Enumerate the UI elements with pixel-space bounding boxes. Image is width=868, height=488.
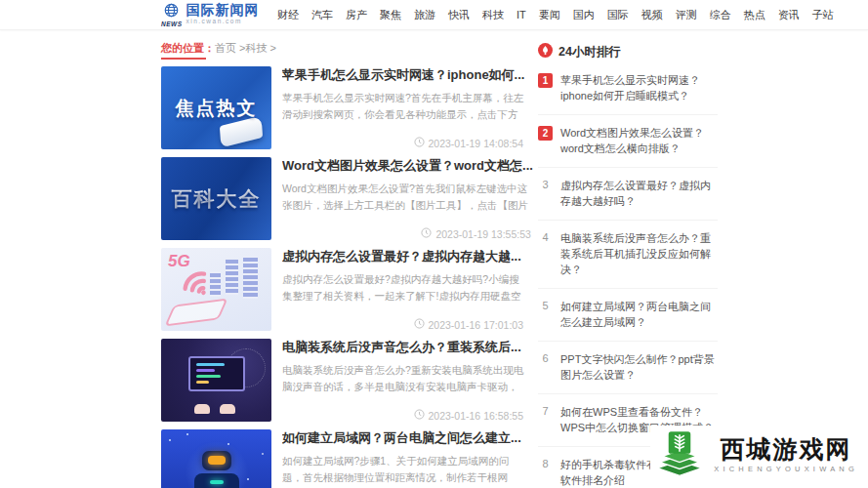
thumbnail-caption: 5G [168,252,190,271]
rank-badge: 1 [538,73,553,88]
rank-item[interactable]: 2 Word文档图片效果怎么设置？word文档怎么横向排版？ [538,115,718,168]
article-date: 2023-01-19 13:55:53 [421,227,531,240]
site-name: 国际新闻网 [186,3,260,18]
article-date: 2023-01-16 16:58:55 [414,409,524,422]
article-summary: 电脑装系统后没声音怎么办?重新安装电脑系统出现电脑没声音的话，多半是电脑没有安装… [282,362,525,395]
hot24-title: 24小时排行 [558,44,621,61]
rank-text[interactable]: PPT文字快闪怎么制作？ppt背景图片怎么设置？ [560,351,718,383]
article-row[interactable]: 5G 虚拟内存怎么设置最好？虚拟内存越大越... 虚拟内存怎么设置最好?虚拟内存… [161,248,525,331]
nav-item-keji[interactable]: 科技 [476,2,511,27]
rank-item[interactable]: 5 如何建立局域网？两台电脑之间怎么建立局域网？ [538,289,718,342]
nav-item-caijing[interactable]: 财经 [271,2,306,27]
hand-graphic [220,404,235,414]
thumbnail-caption: 百科大全 [161,157,271,240]
article-date: 2023-01-16 17:01:03 [414,318,524,331]
nav-item-zixun[interactable]: 资讯 [771,2,806,27]
site-logo[interactable]: NEWS 国际新闻网 xin.cwan.com [161,3,260,27]
article-thumbnail[interactable]: 5G [161,248,271,331]
robot-face-graphic [208,456,226,465]
nav-item-guonei[interactable]: 国内 [566,2,600,27]
rank-text[interactable]: Word文档图片效果怎么设置？word文档怎么横向排版？ [560,125,718,156]
rank-number: 8 [538,458,553,488]
article-thumbnail[interactable]: 焦点热文 [161,66,271,149]
rank-number: 7 [538,405,553,435]
breadcrumb-trail[interactable]: 首页 >科技 > [215,42,276,54]
nav-item-it[interactable]: IT [511,2,533,27]
breadcrumb-active-underline [161,58,206,60]
nav-item-yaowen[interactable]: 要闻 [532,2,566,27]
rank-item[interactable]: 3 虚拟内存怎么设置最好？虚拟内存越大越好吗？ [538,168,718,221]
article-title[interactable]: 苹果手机怎么显示实时网速？iphone如何... [282,66,525,83]
robot-chest-graphic [210,480,224,484]
article-title[interactable]: Word文档图片效果怎么设置？word文档怎... [282,157,533,174]
hot24-header: 24小时排行 [538,43,718,61]
monitor-graphic [188,356,245,391]
article-thumbnail[interactable]: 百科大全 [161,157,271,240]
site-header: NEWS 国际新闻网 xin.cwan.com 财经 汽车 房产 聚焦 旅游 快… [0,0,868,30]
nav-item-redian[interactable]: 热点 [737,2,771,27]
article-thumbnail[interactable] [161,429,271,488]
watermark-subtitle: XICHENGYOUXIWANG [714,465,858,473]
rank-text[interactable]: 苹果手机怎么显示实时网速？iphone如何开启睡眠模式？ [560,72,718,103]
article-summary: 苹果手机怎么显示实时网速?首先在手机主屏幕，往左滑动到搜索网页，你会看见各种功能… [282,90,525,123]
nav-item-jujiao[interactable]: 聚焦 [374,2,408,27]
site-watermark: 西城游戏网 XICHENGYOUXIWANG [650,426,862,484]
nav-item-zonghe[interactable]: 综合 [703,2,737,27]
rank-text[interactable]: 虚拟内存怎么设置最好？虚拟内存越大越好吗？ [560,178,718,209]
rank-item[interactable]: 4 电脑装系统后没声音怎么办？重装系统后耳机插孔没反应如何解决？ [538,221,718,289]
building-graphic [243,256,258,299]
clock-icon [414,409,425,422]
nav-item-zizhan[interactable]: 子站 [806,2,840,27]
article-row[interactable]: 如何建立局域网？两台电脑之间怎么建立... 如何建立局域网?步骤1、关于如何建立… [161,429,525,488]
rank-number: 5 [538,300,553,330]
building-graphic [210,271,221,297]
breadcrumb: 您的位置：首页 >科技 > [161,41,276,56]
article-title[interactable]: 虚拟内存怎么设置最好？虚拟内存越大越... [282,248,525,264]
clock-icon [414,137,425,149]
clock-icon [414,318,425,331]
ranking-sidebar: 24小时排行 1 苹果手机怎么显示实时网速？iphone如何开启睡眠模式？ 2 … [538,39,718,488]
nav-item-kuaixun[interactable]: 快讯 [442,2,476,27]
article-title[interactable]: 电脑装系统后没声音怎么办？重装系统后... [282,339,525,355]
rank-badge: 2 [538,126,553,141]
stars-graphic [169,439,171,441]
logo-news-text: NEWS [161,20,183,27]
article-row[interactable]: 百科大全 Word文档图片效果怎么设置？word文档怎... Word文档图片效… [161,157,525,240]
nav-item-lvyou[interactable]: 旅游 [408,2,442,27]
article-row[interactable]: 电脑装系统后没声音怎么办？重装系统后... 电脑装系统后没声音怎么办?重新安装电… [161,339,525,422]
rank-text[interactable]: 如何建立局域网？两台电脑之间怎么建立局域网？ [560,299,718,330]
article-title[interactable]: 如何建立局域网？两台电脑之间怎么建立... [282,429,525,446]
rank-item[interactable]: 1 苹果手机怎么显示实时网速？iphone如何开启睡眠模式？ [538,62,718,115]
article-summary: Word文档图片效果怎么设置?首先我们鼠标左键选中这张图片，选择上方工具栏的【图… [282,181,533,214]
article-summary: 虚拟内存怎么设置最好?虚拟内存越大越好吗?小编搜集整理了相关资料，一起来了解下!… [282,271,525,305]
nav-item-pingce[interactable]: 评测 [669,2,703,27]
rank-item[interactable]: 6 PPT文字快闪怎么制作？ppt背景图片怎么设置？ [538,342,718,394]
article-thumbnail[interactable] [161,339,271,422]
rank-number: 4 [538,231,553,277]
article-date: 2023-01-19 14:08:54 [414,137,524,149]
site-domain: xin.cwan.com [186,18,260,24]
globe-icon [164,3,179,21]
breadcrumb-label: 您的位置： [161,42,215,54]
watermark-logo-icon [654,427,705,482]
nav-item-shipin[interactable]: 视频 [635,2,669,27]
nav-item-qiche[interactable]: 汽车 [306,2,340,27]
nav-item-guoji[interactable]: 国际 [600,2,635,27]
nav-item-fangchan[interactable]: 房产 [340,2,374,27]
thumbnail-caption: 焦点热文 [161,66,271,149]
rank-number: 3 [538,179,553,209]
article-row[interactable]: 焦点热文 苹果手机怎么显示实时网速？iphone如何... 苹果手机怎么显示实时… [161,66,525,149]
watermark-title: 西城游戏网 [721,436,852,463]
article-list: 焦点热文 苹果手机怎么显示实时网速？iphone如何... 苹果手机怎么显示实时… [161,66,525,488]
main-nav: 财经 汽车 房产 聚焦 旅游 快讯 科技 IT 要闻 国内 国际 视频 评测 综… [271,2,841,27]
phone-graphic [164,298,227,326]
rank-text[interactable]: 电脑装系统后没声音怎么办？重装系统后耳机插孔没反应如何解决？ [560,230,718,277]
hand-graphic [194,404,210,414]
clock-icon [421,227,432,240]
building-graphic [226,260,238,295]
rank-number: 6 [538,352,553,383]
flame-icon [538,43,553,61]
article-summary: 如何建立局域网?步骤1、关于如何建立局域网的问题，首先根据物理位置和距离情况，制… [282,453,525,486]
